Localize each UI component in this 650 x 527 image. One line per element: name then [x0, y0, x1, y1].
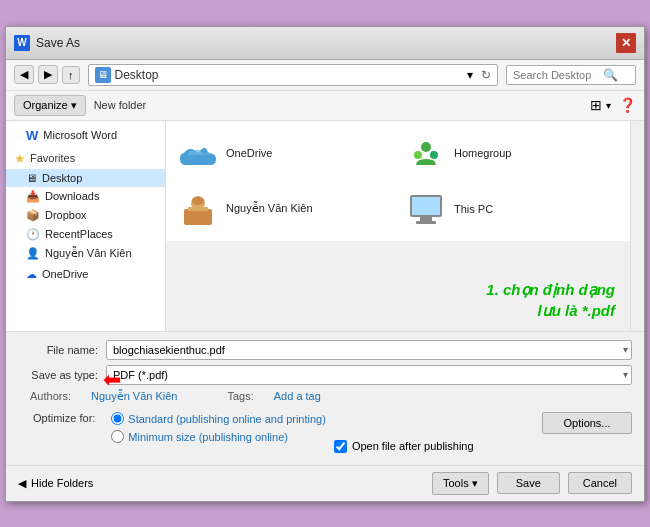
tags-label: Tags: [227, 390, 253, 402]
star-icon: ★ [14, 151, 26, 166]
list-item[interactable]: OneDrive [174, 129, 394, 177]
search-bar[interactable]: 🔍 [506, 65, 636, 85]
form-area: File name: ▾ Save as type: PDF (*.pdf) W… [6, 331, 644, 465]
minimum-radio-item: Minimum size (publishing online) [111, 430, 326, 444]
sidebar-item-dropbox[interactable]: 📦 Dropbox [6, 206, 165, 225]
svg-rect-3 [184, 209, 212, 225]
file-name: This PC [454, 203, 493, 215]
hide-folders[interactable]: ◀ Hide Folders [18, 477, 93, 490]
dialog-title: Save As [36, 36, 80, 50]
dropbox-icon: 📦 [26, 209, 40, 222]
svg-point-2 [430, 151, 438, 159]
savetype-select[interactable]: PDF (*.pdf) Word Document (*.docx) Rich … [106, 365, 632, 385]
favorites-label: Favorites [30, 152, 75, 164]
open-file-row: Open file after publishing ⬅ (2) [334, 440, 632, 453]
view-dropdown[interactable]: ▾ [606, 100, 611, 111]
savetype-wrapper: PDF (*.pdf) Word Document (*.docx) Rich … [106, 365, 632, 385]
cancel-button[interactable]: Cancel [568, 472, 632, 494]
sidebar-item-recentplaces[interactable]: 🕐 RecentPlaces [6, 225, 165, 244]
svg-point-0 [421, 142, 431, 152]
close-button[interactable]: ✕ [616, 33, 636, 53]
dropdown-arrow: ▾ [467, 68, 473, 82]
minimum-label: Minimum size (publishing online) [128, 430, 288, 444]
user-label: Nguyễn Văn Kiên [45, 247, 132, 260]
open-file-checkbox[interactable] [334, 440, 347, 453]
view-controls: ⊞ ▾ ❓ [590, 97, 636, 113]
tags-value[interactable]: Add a tag [274, 390, 321, 402]
tools-arrow: ▾ [472, 477, 478, 490]
action-buttons: Tools ▾ Save Cancel [432, 472, 632, 495]
filename-input[interactable] [106, 340, 632, 360]
tools-label: Tools [443, 477, 469, 489]
savetype-row: Save as type: PDF (*.pdf) Word Document … [18, 365, 632, 385]
up-button[interactable]: ↑ [62, 66, 80, 84]
authors-value[interactable]: Nguyễn Văn Kiên [91, 390, 178, 403]
filename-label: File name: [18, 344, 98, 356]
list-item[interactable]: Nguyễn Văn Kiên [174, 185, 394, 233]
optimize-label: Optimize for: [33, 412, 95, 424]
user-file-icon [178, 189, 218, 229]
file-name: Nguyễn Văn Kiên [226, 202, 313, 215]
word-app-icon: W [26, 128, 38, 143]
organize-label: Organize [23, 99, 68, 111]
svg-rect-8 [412, 197, 440, 215]
desktop-label: Desktop [42, 172, 82, 184]
organize-toolbar: Organize ▾ New folder ⊞ ▾ ❓ [6, 91, 644, 121]
standard-radio[interactable] [111, 412, 124, 425]
scrollbar[interactable] [630, 121, 644, 331]
refresh-icon: ↻ [481, 68, 491, 82]
list-item[interactable]: This PC [402, 185, 622, 233]
filename-wrapper: ▾ [106, 340, 632, 360]
filename-row: File name: ▾ [18, 340, 632, 360]
sidebar-item-desktop[interactable]: 🖥 Desktop [6, 169, 165, 187]
svg-rect-6 [192, 197, 204, 205]
view-icon[interactable]: ⊞ [590, 97, 602, 113]
favorites-section: ★ Favorites 🖥 Desktop 📥 Downloads 📦 Drop… [6, 148, 165, 263]
standard-radio-item: Standard (publishing online and printing… [111, 412, 326, 426]
address-text: Desktop [115, 68, 159, 82]
search-input[interactable] [513, 69, 603, 81]
optimize-row: Optimize for: Standard (publishing onlin… [18, 408, 632, 457]
options-button[interactable]: Options... [542, 412, 632, 434]
word-icon: W [14, 35, 30, 51]
file-name: Homegroup [454, 147, 511, 159]
back-button[interactable]: ◀ [14, 65, 34, 84]
options-area: Options... Open file after publishing ⬅ … [334, 412, 632, 453]
sidebar-item-user[interactable]: 👤 Nguyễn Văn Kiên [6, 244, 165, 263]
file-name: OneDrive [226, 147, 272, 159]
bottom-bar: ◀ Hide Folders Tools ▾ Save Cancel [6, 465, 644, 501]
annotation1: 1. chọn định dạng lưu là *.pdf [486, 279, 615, 321]
sidebar-item-word[interactable]: W Microsoft Word [6, 125, 165, 146]
address-bar[interactable]: 🖥 Desktop ▾ ↻ [88, 64, 499, 86]
forward-button[interactable]: ▶ [38, 65, 58, 84]
onedrive-label: OneDrive [42, 268, 88, 280]
new-folder-button[interactable]: New folder [94, 99, 147, 111]
tools-button[interactable]: Tools ▾ [432, 472, 489, 495]
main-pane: OneDrive Homegroup [166, 121, 630, 241]
content-area: W Microsoft Word ★ Favorites 🖥 Desktop 📥… [6, 121, 644, 331]
homegroup-file-icon [406, 133, 446, 173]
sidebar-item-onedrive[interactable]: ☁ OneDrive [6, 265, 165, 284]
computer-file-icon [406, 189, 446, 229]
minimum-radio[interactable] [111, 430, 124, 443]
word-label: Microsoft Word [43, 129, 117, 141]
user-folder-icon: 👤 [26, 247, 40, 260]
navigation-toolbar: ◀ ▶ ↑ 🖥 Desktop ▾ ↻ 🔍 [6, 60, 644, 91]
chevron-left-icon: ◀ [18, 477, 26, 490]
title-bar-left: W Save As [14, 35, 80, 51]
sidebar: W Microsoft Word ★ Favorites 🖥 Desktop 📥… [6, 121, 166, 331]
help-icon[interactable]: ❓ [619, 97, 636, 113]
organize-button[interactable]: Organize ▾ [14, 95, 86, 116]
radio-group: Standard (publishing online and printing… [111, 412, 326, 445]
organize-arrow: ▾ [71, 99, 77, 112]
sidebar-item-downloads[interactable]: 📥 Downloads [6, 187, 165, 206]
svg-rect-9 [420, 217, 432, 221]
downloads-label: Downloads [45, 190, 99, 202]
svg-rect-10 [416, 221, 436, 224]
save-button[interactable]: Save [497, 472, 560, 494]
list-item[interactable]: Homegroup [402, 129, 622, 177]
recent-icon: 🕐 [26, 228, 40, 241]
hide-folders-label: Hide Folders [31, 477, 93, 489]
main-pane-wrapper: OneDrive Homegroup [166, 121, 630, 331]
save-as-dialog: W Save As ✕ ◀ ▶ ↑ 🖥 Desktop ▾ ↻ 🔍 Organi… [5, 26, 645, 502]
